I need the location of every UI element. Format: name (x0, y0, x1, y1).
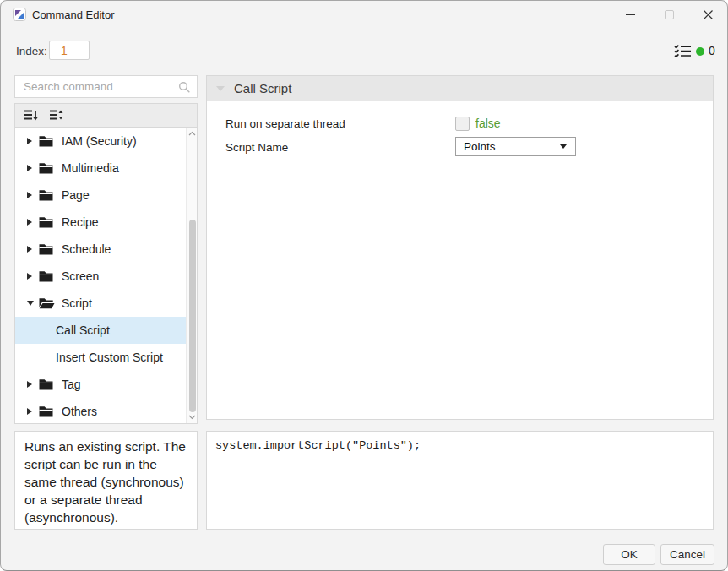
tree-item-script[interactable]: Script (15, 290, 187, 317)
status-dot-icon (696, 47, 704, 56)
tree-collapsed-arrow-icon[interactable] (27, 246, 39, 253)
tree-item-label: Others (62, 405, 97, 418)
triangle-glyph (27, 273, 32, 280)
tree-item-page[interactable]: Page (15, 182, 187, 209)
triangle-glyph (27, 246, 32, 253)
expand-all-button[interactable] (48, 108, 65, 123)
tree-item-label: Schedule (62, 242, 111, 256)
tree-item-iam-security[interactable]: IAM (Security) (15, 128, 187, 155)
property-panel-header[interactable]: Call Script (207, 76, 713, 101)
task-list-icon[interactable] (674, 44, 692, 62)
tree-item-insert-custom-script[interactable]: Insert Custom Script (15, 344, 187, 371)
close-icon (703, 9, 714, 20)
run-on-separate-thread-label: Run on separate thread (225, 117, 345, 130)
status-count: 0 (709, 44, 715, 57)
section-collapse-icon (216, 86, 225, 91)
description-panel: Runs an existing script. The script can … (14, 431, 198, 530)
tree-rows: IAM (Security)MultimediaPageRecipeSchedu… (15, 128, 187, 424)
chevron-up-icon (188, 131, 196, 136)
command-editor-window: Command Editor Index: 0 (0, 0, 728, 571)
tree-item-label: Insert Custom Script (56, 351, 163, 364)
scroll-up-button[interactable] (187, 128, 198, 139)
search-icon (178, 81, 191, 97)
tree-collapsed-arrow-icon[interactable] (27, 273, 39, 280)
tree-item-multimedia[interactable]: Multimedia (15, 155, 187, 182)
index-input[interactable] (49, 41, 90, 60)
tree-collapsed-arrow-icon[interactable] (27, 408, 39, 415)
maximize-button[interactable] (649, 1, 688, 28)
tree-item-label: Tag (62, 378, 81, 391)
scroll-down-button[interactable] (187, 411, 198, 423)
index-label: Index: (16, 45, 47, 57)
folder-closed-icon (39, 243, 56, 255)
tree-item-label: Recipe (62, 215, 99, 229)
run-on-separate-thread-checkbox[interactable] (455, 117, 470, 131)
close-button[interactable] (688, 1, 727, 28)
tree-item-schedule[interactable]: Schedule (15, 236, 187, 263)
property-row-run-on-separate-thread: Run on separate thread false (207, 113, 713, 133)
tree-item-label: Screen (62, 269, 99, 283)
tree-expanded-arrow-icon[interactable] (27, 301, 39, 306)
tree-scrollbar (186, 128, 197, 423)
triangle-glyph (27, 165, 32, 171)
script-name-select[interactable]: Points (455, 137, 576, 156)
triangle-glyph (27, 192, 32, 198)
ok-button[interactable]: OK (603, 544, 655, 565)
collapse-all-icon (24, 109, 39, 122)
folder-closed-icon (39, 270, 56, 282)
titlebar: Command Editor (1, 1, 727, 28)
tree-item-screen[interactable]: Screen (15, 263, 187, 290)
command-tree: IAM (Security)MultimediaPageRecipeSchedu… (14, 127, 198, 424)
tree-item-others[interactable]: Others (15, 398, 187, 424)
tree-collapsed-arrow-icon[interactable] (27, 192, 39, 198)
tree-collapsed-arrow-icon[interactable] (27, 381, 39, 388)
code-preview[interactable]: system.importScript("Points"); (206, 431, 714, 530)
collapse-all-button[interactable] (23, 108, 40, 123)
tree-item-tag[interactable]: Tag (15, 371, 187, 398)
description-text: Runs an existing script. The script can … (24, 438, 187, 526)
script-name-selected-value: Points (464, 140, 560, 153)
property-row-script-name: Script Name Points (207, 137, 713, 157)
maximize-icon (665, 10, 674, 19)
app-icon (13, 8, 26, 21)
folder-closed-icon (39, 405, 56, 417)
dropdown-arrow-icon (560, 144, 567, 149)
tree-item-label: IAM (Security) (62, 134, 137, 148)
folder-closed-icon (39, 378, 56, 390)
folder-open-icon (39, 297, 56, 309)
expand-all-icon (49, 109, 64, 122)
tree-collapsed-arrow-icon[interactable] (27, 138, 39, 144)
scrollbar-thumb[interactable] (189, 220, 196, 412)
tree-item-label: Page (62, 188, 90, 202)
tree-collapsed-arrow-icon[interactable] (27, 219, 39, 226)
folder-closed-icon (39, 189, 56, 201)
tree-item-call-script[interactable]: Call Script (15, 317, 187, 344)
property-panel: Call Script Run on separate thread false… (206, 75, 714, 420)
folder-closed-icon (39, 216, 56, 228)
minimize-icon (626, 14, 635, 15)
chevron-down-icon (188, 415, 196, 420)
search-box (14, 75, 198, 98)
tree-item-recipe[interactable]: Recipe (15, 209, 187, 236)
triangle-glyph (27, 301, 34, 306)
run-on-separate-thread-value: false (475, 117, 501, 130)
folder-closed-icon (39, 135, 56, 147)
tree-toolbar (14, 103, 198, 127)
minimize-button[interactable] (611, 1, 649, 28)
folder-closed-icon (39, 162, 56, 174)
script-name-label: Script Name (225, 141, 288, 154)
tree-item-label: Multimedia (62, 161, 119, 175)
triangle-glyph (27, 138, 32, 144)
triangle-glyph (27, 408, 32, 415)
window-title: Command Editor (32, 8, 115, 21)
tree-collapsed-arrow-icon[interactable] (27, 165, 39, 171)
tree-item-label: Call Script (56, 324, 110, 337)
cancel-button[interactable]: Cancel (660, 544, 714, 565)
search-input[interactable] (15, 76, 197, 97)
tree-item-label: Script (62, 296, 92, 310)
triangle-glyph (27, 381, 32, 388)
code-text: system.importScript("Points"); (215, 439, 704, 452)
triangle-glyph (27, 219, 32, 226)
panel-title: Call Script (234, 81, 291, 95)
